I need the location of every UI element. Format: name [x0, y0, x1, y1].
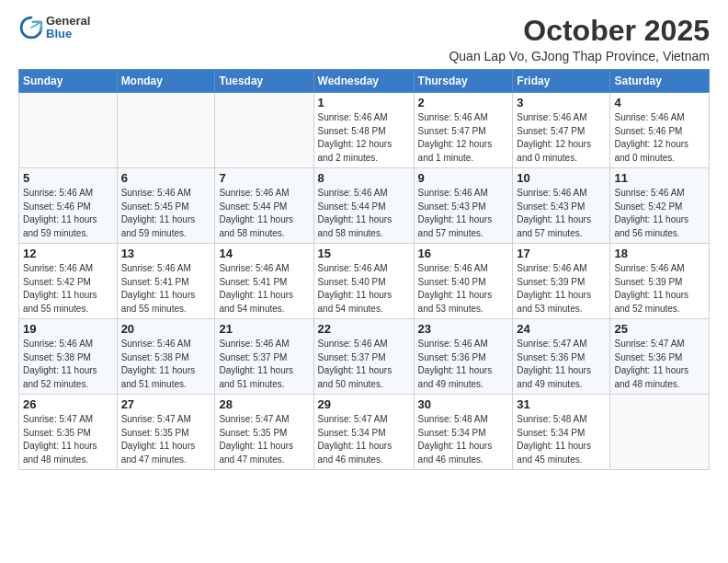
calendar-cell — [610, 395, 710, 470]
day-info: Sunrise: 5:46 AM Sunset: 5:39 PM Dayligh… — [614, 262, 705, 316]
day-info: Sunrise: 5:46 AM Sunset: 5:36 PM Dayligh… — [418, 338, 509, 391]
logo-blue: Blue — [46, 28, 90, 40]
col-thursday: Thursday — [414, 70, 513, 93]
day-number: 9 — [418, 171, 509, 185]
day-number: 5 — [23, 171, 113, 185]
calendar-cell: 1Sunrise: 5:46 AM Sunset: 5:48 PM Daylig… — [313, 93, 414, 168]
week-row-2: 5Sunrise: 5:46 AM Sunset: 5:46 PM Daylig… — [19, 168, 710, 244]
day-number: 18 — [614, 247, 705, 260]
day-info: Sunrise: 5:47 AM Sunset: 5:34 PM Dayligh… — [318, 413, 410, 466]
logo: General Blue — [18, 15, 90, 41]
day-number: 24 — [517, 322, 606, 336]
day-number: 1 — [318, 96, 410, 109]
day-info: Sunrise: 5:46 AM Sunset: 5:39 PM Dayligh… — [517, 262, 606, 316]
calendar-cell: 17Sunrise: 5:46 AM Sunset: 5:39 PM Dayli… — [513, 244, 610, 319]
col-tuesday: Tuesday — [215, 70, 313, 93]
calendar-cell: 16Sunrise: 5:46 AM Sunset: 5:40 PM Dayli… — [414, 244, 513, 319]
calendar-cell: 5Sunrise: 5:46 AM Sunset: 5:46 PM Daylig… — [19, 168, 118, 244]
day-number: 27 — [121, 397, 211, 411]
calendar-cell: 4Sunrise: 5:46 AM Sunset: 5:46 PM Daylig… — [610, 93, 710, 168]
week-row-5: 26Sunrise: 5:47 AM Sunset: 5:35 PM Dayli… — [19, 395, 710, 470]
day-info: Sunrise: 5:46 AM Sunset: 5:44 PM Dayligh… — [219, 187, 309, 240]
day-number: 16 — [418, 247, 509, 260]
week-row-3: 12Sunrise: 5:46 AM Sunset: 5:42 PM Dayli… — [19, 244, 710, 319]
day-number: 2 — [418, 96, 509, 109]
calendar-cell: 18Sunrise: 5:46 AM Sunset: 5:39 PM Dayli… — [610, 244, 710, 319]
day-info: Sunrise: 5:46 AM Sunset: 5:38 PM Dayligh… — [23, 338, 113, 391]
calendar-cell: 3Sunrise: 5:46 AM Sunset: 5:47 PM Daylig… — [513, 93, 610, 168]
day-info: Sunrise: 5:46 AM Sunset: 5:47 PM Dayligh… — [418, 111, 509, 165]
header: General Blue October 2025 Quan Lap Vo, G… — [18, 15, 710, 63]
day-info: Sunrise: 5:46 AM Sunset: 5:40 PM Dayligh… — [318, 262, 410, 316]
day-info: Sunrise: 5:46 AM Sunset: 5:44 PM Dayligh… — [318, 187, 410, 240]
day-number: 29 — [318, 397, 410, 411]
day-info: Sunrise: 5:46 AM Sunset: 5:43 PM Dayligh… — [517, 187, 606, 240]
day-number: 8 — [318, 171, 410, 185]
day-info: Sunrise: 5:46 AM Sunset: 5:43 PM Dayligh… — [418, 187, 509, 240]
calendar-cell: 23Sunrise: 5:46 AM Sunset: 5:36 PM Dayli… — [414, 319, 513, 395]
subtitle: Quan Lap Vo, GJong Thap Province, Vietna… — [449, 49, 710, 63]
day-info: Sunrise: 5:46 AM Sunset: 5:41 PM Dayligh… — [121, 262, 211, 316]
day-number: 25 — [614, 322, 705, 336]
calendar-cell: 8Sunrise: 5:46 AM Sunset: 5:44 PM Daylig… — [313, 168, 414, 244]
calendar-cell: 7Sunrise: 5:46 AM Sunset: 5:44 PM Daylig… — [215, 168, 313, 244]
calendar-cell: 20Sunrise: 5:46 AM Sunset: 5:38 PM Dayli… — [117, 319, 215, 395]
calendar-cell: 26Sunrise: 5:47 AM Sunset: 5:35 PM Dayli… — [19, 395, 118, 470]
day-number: 6 — [121, 171, 211, 185]
calendar-cell: 9Sunrise: 5:46 AM Sunset: 5:43 PM Daylig… — [414, 168, 513, 244]
header-row: Sunday Monday Tuesday Wednesday Thursday… — [19, 70, 710, 93]
col-friday: Friday — [513, 70, 610, 93]
day-number: 30 — [418, 397, 509, 411]
calendar-cell: 27Sunrise: 5:47 AM Sunset: 5:35 PM Dayli… — [117, 395, 215, 470]
calendar-cell: 29Sunrise: 5:47 AM Sunset: 5:34 PM Dayli… — [313, 395, 414, 470]
day-number: 22 — [318, 322, 410, 336]
calendar-cell: 12Sunrise: 5:46 AM Sunset: 5:42 PM Dayli… — [19, 244, 118, 319]
day-info: Sunrise: 5:47 AM Sunset: 5:35 PM Dayligh… — [121, 413, 211, 466]
day-info: Sunrise: 5:46 AM Sunset: 5:42 PM Dayligh… — [614, 187, 705, 240]
day-number: 11 — [614, 171, 705, 185]
day-number: 10 — [517, 171, 606, 185]
calendar-cell: 13Sunrise: 5:46 AM Sunset: 5:41 PM Dayli… — [117, 244, 215, 319]
day-number: 4 — [614, 96, 705, 109]
day-info: Sunrise: 5:46 AM Sunset: 5:46 PM Dayligh… — [614, 111, 705, 165]
day-number: 26 — [23, 397, 113, 411]
day-info: Sunrise: 5:47 AM Sunset: 5:36 PM Dayligh… — [614, 338, 705, 391]
calendar-cell: 10Sunrise: 5:46 AM Sunset: 5:43 PM Dayli… — [513, 168, 610, 244]
day-info: Sunrise: 5:46 AM Sunset: 5:45 PM Dayligh… — [121, 187, 211, 240]
calendar-cell — [117, 93, 215, 168]
calendar-header: Sunday Monday Tuesday Wednesday Thursday… — [19, 70, 710, 93]
day-number: 19 — [23, 322, 113, 336]
day-info: Sunrise: 5:47 AM Sunset: 5:35 PM Dayligh… — [23, 413, 113, 466]
calendar-cell: 15Sunrise: 5:46 AM Sunset: 5:40 PM Dayli… — [313, 244, 414, 319]
logo-icon — [18, 15, 44, 40]
day-info: Sunrise: 5:46 AM Sunset: 5:38 PM Dayligh… — [121, 338, 211, 391]
col-monday: Monday — [117, 70, 215, 93]
calendar-cell: 25Sunrise: 5:47 AM Sunset: 5:36 PM Dayli… — [610, 319, 710, 395]
week-row-4: 19Sunrise: 5:46 AM Sunset: 5:38 PM Dayli… — [19, 319, 710, 395]
day-number: 28 — [219, 397, 309, 411]
day-number: 23 — [418, 322, 509, 336]
calendar-cell: 6Sunrise: 5:46 AM Sunset: 5:45 PM Daylig… — [117, 168, 215, 244]
day-info: Sunrise: 5:47 AM Sunset: 5:36 PM Dayligh… — [517, 338, 606, 391]
page: General Blue October 2025 Quan Lap Vo, G… — [0, 0, 728, 563]
day-info: Sunrise: 5:48 AM Sunset: 5:34 PM Dayligh… — [418, 413, 509, 466]
day-info: Sunrise: 5:46 AM Sunset: 5:41 PM Dayligh… — [219, 262, 309, 316]
day-number: 13 — [121, 247, 211, 260]
day-info: Sunrise: 5:47 AM Sunset: 5:35 PM Dayligh… — [219, 413, 309, 466]
day-number: 3 — [517, 96, 606, 109]
day-number: 21 — [219, 322, 309, 336]
month-title: October 2025 — [449, 15, 710, 47]
day-info: Sunrise: 5:46 AM Sunset: 5:40 PM Dayligh… — [418, 262, 509, 316]
week-row-1: 1Sunrise: 5:46 AM Sunset: 5:48 PM Daylig… — [19, 93, 710, 168]
day-number: 17 — [517, 247, 606, 260]
calendar-cell: 22Sunrise: 5:46 AM Sunset: 5:37 PM Dayli… — [313, 319, 414, 395]
calendar-cell: 31Sunrise: 5:48 AM Sunset: 5:34 PM Dayli… — [513, 395, 610, 470]
day-info: Sunrise: 5:46 AM Sunset: 5:37 PM Dayligh… — [219, 338, 309, 391]
calendar-cell: 19Sunrise: 5:46 AM Sunset: 5:38 PM Dayli… — [19, 319, 118, 395]
col-wednesday: Wednesday — [313, 70, 414, 93]
logo-general: General — [46, 15, 90, 28]
calendar-cell — [19, 93, 118, 168]
logo-text: General Blue — [46, 15, 90, 41]
calendar-cell: 30Sunrise: 5:48 AM Sunset: 5:34 PM Dayli… — [414, 395, 513, 470]
day-info: Sunrise: 5:46 AM Sunset: 5:47 PM Dayligh… — [517, 111, 606, 165]
